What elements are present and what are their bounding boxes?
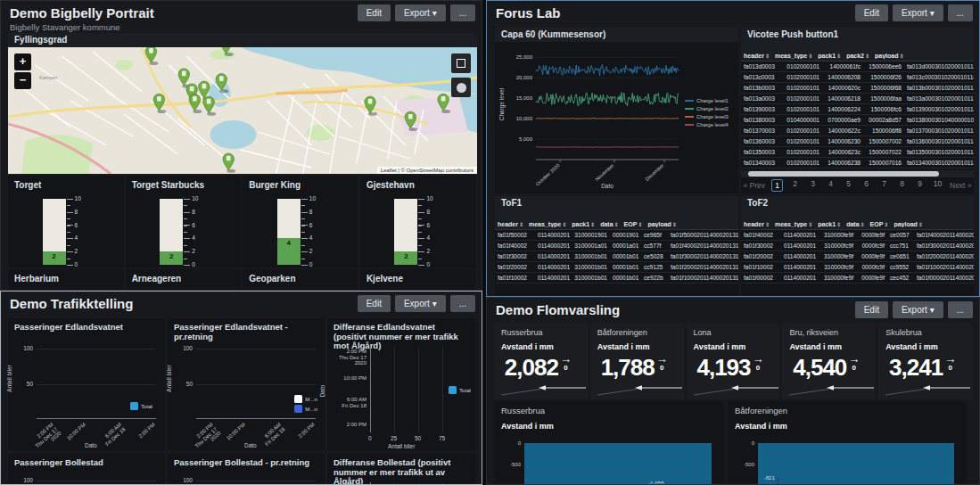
export-button[interactable]: Export ▾: [893, 301, 943, 318]
column-header[interactable]: pack2⇕: [844, 53, 872, 59]
table-row[interactable]: fa01f20002 0114000201 3100001b01 00001b0…: [495, 262, 738, 273]
more-button[interactable]: ...: [948, 301, 973, 318]
gauge-panel: Torget 2 1086420: [8, 176, 123, 267]
edit-button[interactable]: Edit: [358, 295, 391, 312]
gauge-tick-label: 6: [184, 222, 198, 229]
table-row[interactable]: fa013d0003 0102000101 14000061fc 1500006…: [741, 62, 974, 72]
gauge-tick-label: 2: [67, 248, 81, 255]
table-row[interactable]: fa01f10002 0114000201 3100001b01 00001b0…: [495, 273, 738, 284]
table-row[interactable]: fa013c0003 0102000101 1400006208 1500006…: [741, 72, 974, 83]
cell-pack1: 3100001a01: [572, 242, 610, 249]
cell-pack1: 3100001b01: [572, 275, 610, 281]
page-number-button[interactable]: 7: [878, 179, 890, 192]
legend-swatch: [130, 402, 138, 410]
stat-panel[interactable]: Skulebrua Avstand i mm 3,241 → 0: [878, 323, 972, 399]
capa60-title: Capa 60 (Kummesensor): [495, 28, 738, 42]
table-row[interactable]: fa01f40002 0114000201 3100001a01 00001a0…: [495, 241, 738, 251]
cell-pack1: 1400006238: [822, 160, 863, 166]
page-number-button[interactable]: 1: [771, 179, 783, 192]
export-button[interactable]: Export ▾: [395, 295, 446, 312]
prev-page-button[interactable]: « Prev: [743, 181, 765, 190]
column-header[interactable]: payload⇕: [645, 221, 679, 227]
page-number-button[interactable]: 5: [843, 179, 854, 192]
table-row[interactable]: fa01360003 0102000101 1400006230 1500007…: [741, 136, 974, 147]
stat-panel[interactable]: Russerbrua Avstand i mm 2,082 → 0: [494, 323, 588, 399]
column-header[interactable]: header⇕: [741, 53, 772, 59]
tof1-body: fa01f50002 0114000201 3100001901 0000190…: [495, 230, 738, 284]
legend[interactable]: Total: [449, 386, 471, 394]
vicotee-header-row: header⇕meas_type⇕pack1⇕pack2⇕payload⇕: [741, 42, 974, 62]
map-zoom-in-button[interactable]: +: [14, 53, 31, 70]
column-header[interactable]: header⇕: [495, 221, 526, 227]
table-row[interactable]: fa01380003 0104000001 0700000ae9 00002a8…: [741, 115, 974, 126]
pagination: « Prev 12345678910 Next »: [741, 177, 974, 193]
scrollbar-thumb[interactable]: [748, 171, 939, 177]
x-axis-label: Dato: [85, 442, 97, 448]
column-header[interactable]: payload⇕: [872, 53, 906, 59]
cell-payload: fa01f4000201140002013100001a01 00001a01: [668, 242, 738, 249]
column-header[interactable]: meas_type⇕: [772, 221, 815, 227]
gauge-fill: 2: [43, 251, 66, 265]
column-header[interactable]: data⇕: [844, 221, 867, 227]
export-button[interactable]: Export ▾: [893, 4, 943, 21]
stat-panel[interactable]: Båtforeningen Avstand i mm 1,788 → 0: [590, 323, 684, 399]
column-header[interactable]: EOP⇕: [622, 221, 646, 227]
area-chart[interactable]: 0-500-1,000-1,500-1,055: [494, 437, 724, 485]
page-number-button[interactable]: 9: [914, 179, 926, 192]
table-row[interactable]: fa01340003 0102000101 1400006238 1500007…: [741, 158, 974, 169]
area-chart[interactable]: 0-500-1,000-1,500-821: [728, 437, 967, 485]
edit-button[interactable]: Edit: [855, 301, 888, 318]
next-page-button[interactable]: Next »: [950, 181, 972, 190]
map[interactable]: Kampen + − Leaflet | © OpenStreetMap con…: [8, 47, 477, 174]
table-row[interactable]: fa01f50002 0114000201 3100001901 0000190…: [495, 230, 738, 241]
page-number-button[interactable]: 8: [896, 179, 908, 192]
more-button[interactable]: ...: [450, 4, 475, 21]
column-header[interactable]: meas_type⇕: [526, 221, 569, 227]
map-zoom-out-button[interactable]: −: [14, 72, 31, 89]
table-row[interactable]: fa013a0003 0102000101 1400006218 1500006…: [741, 94, 974, 104]
legend[interactable]: Total: [130, 402, 152, 410]
legend[interactable]: M...nM...n: [294, 395, 317, 413]
page-number-button[interactable]: 2: [789, 179, 801, 192]
table-row[interactable]: fa01370003 0102000101 140000622c 1500006…: [741, 126, 974, 136]
column-header[interactable]: payload⇕: [891, 221, 925, 227]
edit-button[interactable]: Edit: [855, 4, 888, 21]
cell-header: fa01360003: [741, 138, 783, 144]
column-header[interactable]: pack1⇕: [815, 221, 844, 227]
column-header[interactable]: meas_type⇕: [772, 53, 815, 59]
table-row[interactable]: fa01f10002 0114000201 310000fc9f 0000fc9…: [741, 262, 974, 273]
page-number-button[interactable]: 10: [932, 179, 943, 192]
cell-payload: fa01f20002011400020131000 0fe9f0000fe9f: [914, 253, 974, 259]
map-layers-button[interactable]: [451, 78, 471, 97]
table-row[interactable]: fa01f40002 0114000201 310000fe9f 0000fe9…: [741, 230, 974, 241]
chart-label: Avstand i mm: [728, 415, 967, 432]
table-row[interactable]: fa01390003 0102000101 1400006224 1500006…: [741, 104, 974, 115]
column-header[interactable]: pack1⇕: [569, 221, 597, 227]
capa60-chart[interactable]: 25,00020,00015,00010,0005,000October 202…: [495, 42, 738, 193]
page-number-button[interactable]: 4: [825, 179, 836, 192]
gauge-tick-label: 8: [418, 209, 432, 216]
stat-panel[interactable]: Bru, riksveien Avstand i mm 4,540 → 0: [782, 323, 876, 399]
horizontal-scrollbar[interactable]: [741, 170, 974, 177]
table-row[interactable]: fa01f20002 0114000201 310000fe9f 0000fe9…: [741, 251, 974, 262]
table-row[interactable]: fa01f30002 0114000201 3100001b01 00001b0…: [495, 251, 738, 262]
column-header[interactable]: data⇕: [597, 221, 621, 227]
column-header[interactable]: pack1⇕: [815, 53, 844, 59]
page-number-button[interactable]: 6: [861, 179, 872, 192]
edit-button[interactable]: Edit: [358, 4, 391, 21]
passeringer-bollestad-retning-panel: Passeringer Bollestad - pr.retning Antal…: [168, 454, 325, 485]
gauge-track: 2: [394, 199, 417, 265]
export-button[interactable]: Export ▾: [395, 4, 446, 21]
table-row[interactable]: fa013b0003 0102000101 140000620c 1500006…: [741, 83, 974, 94]
more-button[interactable]: ...: [450, 295, 475, 312]
column-header[interactable]: header⇕: [741, 221, 772, 227]
table-row[interactable]: fa01f30002 0114000201 310000fc9f 0000fc9…: [741, 241, 974, 251]
table-row[interactable]: fa01350003 0102000101 140000623c 1500007…: [741, 147, 974, 158]
stat-panel[interactable]: Lona Avstand i mm 4,193 → 0: [687, 323, 780, 399]
column-header[interactable]: EOP⇕: [868, 221, 892, 227]
map-fullscreen-button[interactable]: [451, 53, 471, 73]
more-button[interactable]: ...: [948, 4, 973, 21]
table-row[interactable]: fa01f00002 0114000201 310000fe9f 0000fe9…: [741, 273, 974, 284]
page-number-button[interactable]: 3: [807, 179, 819, 192]
cell-pack1: 3100001b01: [572, 264, 610, 270]
